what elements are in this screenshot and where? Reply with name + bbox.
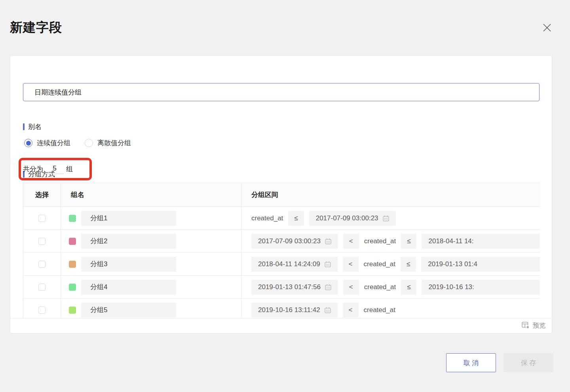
date-value: 2019-01-13 01:4 bbox=[428, 260, 477, 268]
date-picker-input[interactable]: 2019-01-13 01:4 bbox=[421, 257, 540, 272]
interval-cell: 2019-10-16 13:11:42 <created_at bbox=[241, 299, 540, 319]
date-value: 2017-07-09 03:00:23 bbox=[316, 214, 378, 222]
group-name-input[interactable]: 分组4 bbox=[81, 280, 176, 295]
date-picker-input[interactable]: 2017-07-09 03:00:23 bbox=[251, 234, 338, 249]
table-row: 分组5 2019-10-16 13:11:42 <created_at bbox=[23, 299, 540, 319]
preview-button[interactable]: 预览 bbox=[10, 318, 552, 333]
groups-table: 选择 组名 分组区间 分组1 created_at≤2017-07-09 03:… bbox=[23, 183, 540, 319]
calendar-icon bbox=[325, 284, 331, 290]
preview-label: 预览 bbox=[533, 322, 545, 330]
date-value: 2017-07-09 03:00:23 bbox=[258, 237, 321, 245]
date-value: 2018-04-11 14:24:09 bbox=[258, 260, 320, 268]
table-row: 分组3 2018-04-11 14:24:09 <created_at≤2019… bbox=[23, 253, 540, 276]
header-select: 选择 bbox=[23, 183, 61, 207]
calendar-icon bbox=[325, 307, 331, 313]
date-value: 2019-10-16 13:11:42 bbox=[258, 306, 320, 314]
interval-operator[interactable]: < bbox=[343, 280, 359, 295]
interval-operator[interactable]: ≤ bbox=[288, 211, 304, 226]
radio-icon[interactable] bbox=[85, 139, 93, 147]
table-header-row: 选择 组名 分组区间 bbox=[23, 183, 540, 207]
calendar-icon bbox=[325, 261, 331, 267]
group-count-input[interactable] bbox=[46, 164, 64, 174]
group-name-input[interactable]: 分组1 bbox=[81, 211, 176, 226]
radio-continuous-grouping[interactable]: 连续值分组 bbox=[24, 138, 70, 148]
calendar-icon bbox=[325, 238, 331, 244]
close-button[interactable] bbox=[540, 21, 554, 36]
group-name-input[interactable]: 分组2 bbox=[81, 234, 176, 249]
header-interval: 分组区间 bbox=[241, 183, 540, 207]
group-color-swatch[interactable] bbox=[69, 238, 76, 245]
row-checkbox[interactable] bbox=[38, 261, 46, 268]
date-picker-input[interactable]: 2019-01-13 01:47:56 bbox=[251, 280, 338, 295]
interval-cell: 2018-04-11 14:24:09 <created_at≤2019-01-… bbox=[241, 253, 540, 276]
date-picker-input[interactable]: 2017-07-09 03:00:23 bbox=[309, 211, 396, 226]
group-color-swatch[interactable] bbox=[69, 215, 76, 222]
group-color-swatch[interactable] bbox=[69, 307, 76, 314]
close-icon bbox=[542, 23, 552, 34]
interval-operator[interactable]: < bbox=[343, 257, 359, 272]
alias-label-text: 别名 bbox=[28, 122, 42, 131]
table-row: 分组4 2019-01-13 01:47:56 <created_at≤2019… bbox=[23, 276, 540, 299]
date-value: 2019-10-16 13: bbox=[428, 283, 474, 291]
interval-field-name: created_at bbox=[364, 283, 396, 291]
interval-cell: 2017-07-09 03:00:23 <created_at≤2018-04-… bbox=[241, 230, 540, 253]
interval-field-name: created_at bbox=[364, 306, 395, 314]
interval-field-name: created_at bbox=[364, 237, 396, 245]
interval-operator[interactable]: < bbox=[343, 234, 359, 249]
radio-label: 离散值分组 bbox=[97, 138, 131, 148]
alias-label: 别名 bbox=[23, 122, 42, 131]
interval-operator[interactable]: ≤ bbox=[401, 257, 416, 272]
interval-operator[interactable]: ≤ bbox=[401, 234, 416, 249]
radio-discrete-grouping[interactable]: 离散值分组 bbox=[85, 138, 131, 148]
dialog-body-panel: 别名 分组方式 连续值分组 离散值分组 共分为 组 选择 bbox=[10, 55, 552, 333]
row-checkbox[interactable] bbox=[38, 238, 46, 245]
interval-operator[interactable]: ≤ bbox=[401, 280, 416, 295]
group-count-row: 共分为 组 bbox=[23, 164, 73, 174]
interval-operator[interactable]: < bbox=[343, 303, 359, 318]
table-row: 分组1 created_at≤2017-07-09 03:00:23 bbox=[23, 207, 540, 230]
interval-cell: created_at≤2017-07-09 03:00:23 bbox=[241, 207, 540, 230]
radio-icon[interactable] bbox=[24, 139, 32, 147]
row-checkbox[interactable] bbox=[38, 307, 46, 314]
group-color-swatch[interactable] bbox=[69, 284, 76, 291]
group-name-input[interactable]: 分组3 bbox=[81, 257, 176, 272]
preview-table-icon bbox=[522, 322, 530, 330]
interval-cell: 2019-01-13 01:47:56 <created_at≤2019-10-… bbox=[241, 276, 540, 299]
group-color-swatch[interactable] bbox=[69, 261, 76, 268]
table-row: 分组2 2017-07-09 03:00:23 <created_at≤2018… bbox=[23, 230, 540, 253]
group-name-input[interactable]: 分组5 bbox=[81, 303, 176, 318]
group-name-value: 分组4 bbox=[90, 282, 107, 292]
group-name-value: 分组3 bbox=[90, 259, 107, 269]
interval-field-name: created_at bbox=[251, 214, 283, 222]
label-accent-bar bbox=[23, 123, 25, 130]
date-picker-input[interactable]: 2019-10-16 13: bbox=[422, 280, 540, 295]
date-picker-input[interactable]: 2018-04-11 14: bbox=[422, 234, 540, 249]
group-name-value: 分组2 bbox=[90, 237, 107, 246]
date-picker-input[interactable]: 2018-04-11 14:24:09 bbox=[251, 257, 338, 272]
calendar-icon bbox=[383, 215, 389, 222]
row-checkbox[interactable] bbox=[38, 284, 46, 291]
group-name-value: 分组5 bbox=[90, 305, 107, 314]
date-value: 2019-01-13 01:47:56 bbox=[258, 283, 321, 291]
alias-input[interactable] bbox=[23, 83, 540, 101]
cancel-button[interactable]: 取 消 bbox=[446, 353, 496, 372]
group-count-suffix: 组 bbox=[66, 165, 73, 174]
radio-label: 连续值分组 bbox=[37, 138, 70, 148]
interval-field-name: created_at bbox=[364, 260, 395, 268]
save-button[interactable]: 保 存 bbox=[504, 353, 553, 372]
grouping-radio-group: 连续值分组 离散值分组 bbox=[24, 138, 145, 148]
table-body: 分组1 created_at≤2017-07-09 03:00:23 分组2 2… bbox=[23, 207, 540, 319]
header-group-name: 组名 bbox=[61, 183, 241, 207]
date-value: 2018-04-11 14: bbox=[428, 237, 473, 245]
dialog-title: 新建字段 bbox=[10, 19, 62, 36]
new-field-dialog: 新建字段 别名 分组方式 连续值分组 离散值分组 bbox=[0, 0, 570, 392]
date-picker-input[interactable]: 2019-10-16 13:11:42 bbox=[251, 303, 338, 318]
group-count-prefix: 共分为 bbox=[23, 165, 43, 174]
row-checkbox[interactable] bbox=[38, 215, 46, 222]
group-name-value: 分组1 bbox=[90, 214, 107, 223]
